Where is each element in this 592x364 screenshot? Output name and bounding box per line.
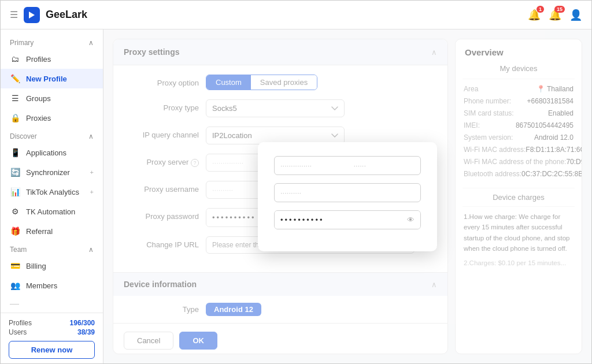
sidebar-label-members: Members [26, 281, 57, 290]
users-label: Users [9, 328, 27, 336]
sidebar-item-tk-automation[interactable]: ⚙ TK Automation [1, 202, 103, 221]
proxy-credentials-modal: 👁 [258, 142, 437, 251]
sidebar-label-proxies: Proxies [26, 114, 51, 122]
tk-automation-icon: ⚙ [10, 207, 20, 216]
notification-bell1[interactable]: 🔔 1 [528, 9, 541, 21]
sidebar-footer: Profiles 196/300 Users 38/39 Renew now 0… [1, 313, 103, 363]
modal-server-input[interactable] [274, 156, 421, 175]
modal-password-eye-icon[interactable]: 👁 [401, 211, 420, 229]
profiles-label: Profiles [9, 319, 32, 327]
referral-icon: 🎁 [10, 226, 20, 236]
sidebar-item-synchronizer[interactable]: 🔄 Synchronizer + [1, 162, 103, 182]
team-chevron-icon: ∧ [88, 246, 94, 254]
notification-badge1: 1 [536, 6, 544, 13]
profiles-count-row: Profiles 196/300 [9, 319, 95, 327]
sidebar-label-tiktok-analytics: TikTok Analytics [26, 188, 79, 196]
sidebar-item-members[interactable]: 👥 Members [1, 276, 103, 295]
sidebar: Primary ∧ 🗂 Profiles ✏️ New Profile ☰ Gr… [1, 29, 103, 363]
modal-overlay: 👁 [103, 29, 591, 363]
content-area: Proxy settings ∧ Proxy option Custom Sav… [103, 29, 591, 363]
primary-section-label[interactable]: Primary ∧ [1, 34, 103, 49]
sidebar-item-new-profile[interactable]: ✏️ New Profile [1, 69, 103, 88]
sidebar-label-groups: Groups [26, 94, 51, 103]
tiktok-analytics-icon: 📊 [10, 187, 20, 196]
sync-expand-icon: + [90, 169, 94, 176]
users-count-row: Users 38/39 [9, 328, 95, 336]
proxies-icon: 🔒 [10, 113, 20, 122]
sidebar-label-new-profile: New Profile [26, 75, 67, 83]
modal-username-field [274, 183, 421, 202]
header-right: 🔔 1 🔔 15 👤 [528, 9, 582, 21]
sidebar-item-tiktok-analytics[interactable]: 📊 TikTok Analytics + [1, 182, 103, 202]
groups-icon: ☰ [10, 94, 20, 103]
sidebar-label-referral: Referral [26, 227, 53, 236]
notification-badge2: 15 [554, 6, 565, 13]
primary-chevron-icon: ∧ [88, 39, 94, 47]
header-left: ☰ GeeLark [10, 7, 87, 23]
users-value: 38/39 [77, 328, 95, 336]
svg-marker-0 [29, 12, 35, 18]
renew-now-button[interactable]: Renew now [9, 341, 95, 359]
app-title: GeeLark [46, 9, 87, 21]
header: ☰ GeeLark 🔔 1 🔔 15 👤 [1, 1, 591, 29]
sidebar-label-billing: Billing [26, 262, 46, 270]
sidebar-label-tk-automation: TK Automation [26, 207, 75, 216]
applications-icon: 📱 [10, 148, 20, 157]
notification-bell2[interactable]: 🔔 15 [549, 9, 561, 21]
sidebar-toggle-btn[interactable]: ☰ [10, 9, 18, 20]
sidebar-label-synchronizer: Synchronizer [26, 168, 70, 177]
synchronizer-icon: 🔄 [10, 168, 20, 177]
modal-password-field: 👁 [274, 210, 421, 229]
discover-chevron-icon: ∧ [88, 132, 94, 140]
sidebar-item-referral[interactable]: 🎁 Referral [1, 221, 103, 241]
sidebar-label-applications: Applications [26, 148, 66, 157]
discover-section-label[interactable]: Discover ∧ [1, 128, 103, 143]
modal-server-field [274, 156, 421, 175]
billing-icon: 💳 [10, 261, 20, 270]
members-icon: 👥 [10, 281, 20, 290]
tiktok-expand-icon: + [90, 188, 94, 195]
sidebar-item-profiles[interactable]: 🗂 Profiles [1, 49, 103, 69]
modal-username-input[interactable] [274, 183, 421, 202]
body: Primary ∧ 🗂 Profiles ✏️ New Profile ☰ Gr… [1, 29, 591, 363]
sidebar-item-applications[interactable]: 📱 Applications [1, 143, 103, 162]
sidebar-item-proxies[interactable]: 🔒 Proxies [1, 108, 103, 128]
profiles-icon: 🗂 [10, 54, 20, 64]
team-section-label[interactable]: Team ∧ [1, 241, 103, 256]
modal-password-row: 👁 [274, 210, 421, 229]
sidebar-item-groups[interactable]: ☰ Groups [1, 88, 103, 108]
sidebar-dash: — [1, 295, 103, 313]
sidebar-label-profiles: Profiles [26, 55, 51, 64]
modal-password-input[interactable] [275, 211, 401, 229]
logo-icon [24, 7, 40, 23]
new-profile-icon: ✏️ [10, 74, 20, 83]
profiles-value: 196/300 [70, 319, 95, 327]
user-avatar[interactable]: 👤 [569, 9, 582, 21]
sidebar-item-billing[interactable]: 💳 Billing [1, 256, 103, 276]
